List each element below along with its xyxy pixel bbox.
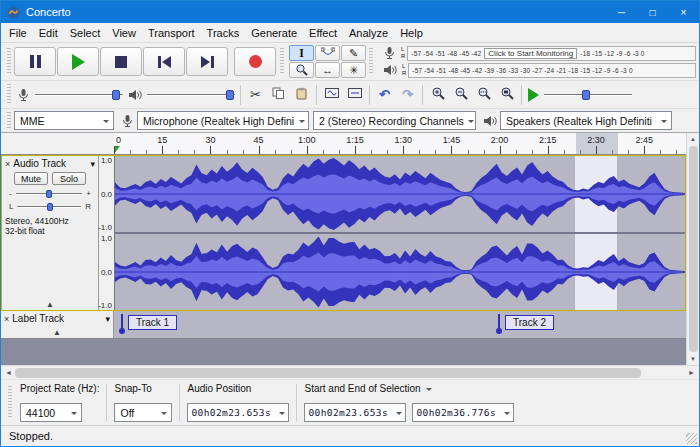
envelope-tool-button[interactable] — [315, 45, 340, 61]
track-close-button[interactable]: × — [4, 314, 9, 324]
project-rate-select[interactable]: 44100 — [20, 403, 82, 422]
scroll-up-icon[interactable]: ▲ — [690, 133, 696, 145]
menu-item-effect[interactable]: Effect — [303, 25, 343, 41]
track-title[interactable]: Audio Track — [13, 158, 66, 169]
toolbar-grip[interactable] — [7, 84, 11, 105]
redo-button[interactable]: ↷ — [396, 84, 419, 105]
slider-thumb[interactable] — [112, 90, 120, 100]
skip-to-start-button[interactable] — [143, 47, 185, 76]
zoom-out-button[interactable] — [449, 84, 472, 105]
timeline-ruler[interactable]: 01530451:001:151:301:452:002:152:302:45 — [1, 133, 686, 155]
playback-volume-slider[interactable] — [145, 88, 237, 102]
waveform-area[interactable] — [115, 156, 685, 310]
recording-meter[interactable]: -57 -54 -51 -48 -45 -42 Click to Start M… — [407, 46, 696, 61]
timeline-scale[interactable]: 01530451:001:151:301:452:002:152:302:45 — [114, 133, 686, 154]
scroll-right-icon[interactable]: ► — [685, 369, 698, 376]
skip-to-end-button[interactable] — [186, 47, 228, 76]
selection-mode-arrow-icon[interactable] — [426, 388, 432, 394]
maximize-button[interactable]: □ — [637, 1, 668, 23]
slider-thumb[interactable] — [47, 203, 53, 211]
fit-selection-button[interactable] — [472, 84, 495, 105]
toolbar-grip[interactable] — [280, 48, 284, 75]
playback-device-select[interactable]: Speakers (Realtek High Definiti — [500, 111, 672, 130]
paste-button[interactable] — [290, 84, 313, 105]
dropdown-arrow-icon[interactable] — [504, 412, 510, 418]
record-button[interactable] — [234, 47, 276, 76]
recording-device-select[interactable]: Microphone (Realtek High Defini — [137, 111, 309, 130]
menu-item-select[interactable]: Select — [64, 25, 107, 41]
multi-tool-button[interactable]: ✳ — [341, 62, 366, 78]
track-collapse-icon[interactable]: ▲ — [2, 300, 98, 310]
gain-slider[interactable] — [15, 189, 84, 199]
fit-project-button[interactable] — [495, 84, 518, 105]
trim-audio-button[interactable] — [320, 84, 343, 105]
track-menu-arrow-icon[interactable]: ▾ — [90, 159, 95, 169]
recording-channels-select[interactable]: 2 (Stereo) Recording Channels — [313, 111, 476, 130]
label-marker[interactable] — [498, 314, 500, 330]
audio-position-field[interactable]: 00h02m23.653s — [187, 403, 289, 422]
track-title[interactable]: Label Track — [12, 313, 64, 324]
vertical-scroll-thumb[interactable] — [689, 146, 698, 352]
audio-host-select[interactable]: MME — [14, 111, 114, 130]
menu-item-transport[interactable]: Transport — [142, 25, 201, 41]
horizontal-scrollbar[interactable]: ◄ ► — [1, 365, 699, 379]
undo-button[interactable]: ↶ — [373, 84, 396, 105]
label-lane[interactable]: Track 1Track 2 — [114, 311, 686, 338]
dropdown-arrow-icon[interactable] — [279, 412, 285, 418]
waveform-svg-1[interactable] — [115, 234, 685, 310]
snap-to-select[interactable]: Off — [114, 403, 172, 422]
track-close-button[interactable]: × — [5, 159, 10, 169]
label-text[interactable]: Track 1 — [128, 315, 177, 330]
resize-grip[interactable] — [686, 433, 697, 444]
menu-item-generate[interactable]: Generate — [245, 25, 303, 41]
play-at-speed-button[interactable] — [528, 88, 539, 102]
stop-button[interactable] — [100, 47, 142, 76]
copy-button[interactable] — [267, 84, 290, 105]
waveform-svg-0[interactable] — [115, 156, 685, 232]
track-collapse-icon[interactable]: ▲ — [1, 328, 113, 338]
playback-meter[interactable]: -57 -54 -51 -48 -45 -42 -39 -36 -33 -30 … — [408, 63, 696, 78]
scroll-down-icon[interactable]: ▼ — [690, 353, 696, 365]
silence-audio-button[interactable] — [343, 84, 366, 105]
slider-thumb[interactable] — [582, 90, 590, 100]
toolbar-grip[interactable] — [7, 48, 11, 75]
waveform-left-channel[interactable] — [115, 156, 685, 232]
minimize-button[interactable]: ─ — [606, 1, 637, 23]
menu-item-edit[interactable]: Edit — [33, 25, 64, 41]
cut-button[interactable]: ✂ — [244, 84, 267, 105]
draw-tool-button[interactable]: ✎ — [341, 45, 366, 61]
play-button[interactable] — [57, 47, 99, 76]
play-speed-slider[interactable] — [542, 88, 634, 102]
scroll-left-icon[interactable]: ◄ — [2, 369, 15, 376]
label-marker[interactable] — [121, 314, 123, 330]
mute-button[interactable]: Mute — [14, 172, 48, 185]
slider-thumb[interactable] — [46, 190, 52, 198]
horizontal-scroll-thumb[interactable] — [15, 368, 641, 378]
zoom-in-button[interactable] — [426, 84, 449, 105]
waveform-right-channel[interactable] — [115, 234, 685, 310]
track-menu-arrow-icon[interactable]: ▾ — [105, 314, 110, 324]
selection-start-field[interactable]: 00h02m23.653s — [304, 403, 406, 422]
menu-item-file[interactable]: File — [3, 25, 33, 41]
selection-end-field[interactable]: 00h02m36.776s — [412, 403, 514, 422]
pan-slider[interactable] — [16, 202, 82, 212]
slider-thumb[interactable] — [226, 90, 234, 100]
label-text[interactable]: Track 2 — [505, 315, 554, 330]
dropdown-arrow-icon[interactable] — [396, 412, 402, 418]
menu-item-analyze[interactable]: Analyze — [343, 25, 394, 41]
recording-volume-slider[interactable] — [33, 88, 125, 102]
toolbar-grip[interactable] — [369, 48, 373, 75]
close-button[interactable]: × — [668, 1, 699, 23]
zoom-tool-button[interactable] — [289, 62, 314, 78]
menu-item-help[interactable]: Help — [394, 25, 429, 41]
toolbar-grip[interactable] — [8, 386, 12, 419]
selection-tool-button[interactable]: I — [289, 45, 314, 61]
vertical-scrollbar[interactable]: ▲ ▼ — [686, 133, 699, 365]
toolbar-grip[interactable] — [7, 112, 11, 129]
monitoring-hint[interactable]: Click to Start Monitoring — [484, 48, 577, 59]
solo-button[interactable]: Solo — [52, 172, 86, 185]
menu-item-view[interactable]: View — [106, 25, 142, 41]
vertical-scale-ruler[interactable]: 1.0 0.0 -1.0 1.0 0.0 -1.0 — [99, 156, 115, 310]
timeshift-tool-button[interactable]: ↔ — [315, 62, 340, 78]
pause-button[interactable] — [14, 47, 56, 76]
